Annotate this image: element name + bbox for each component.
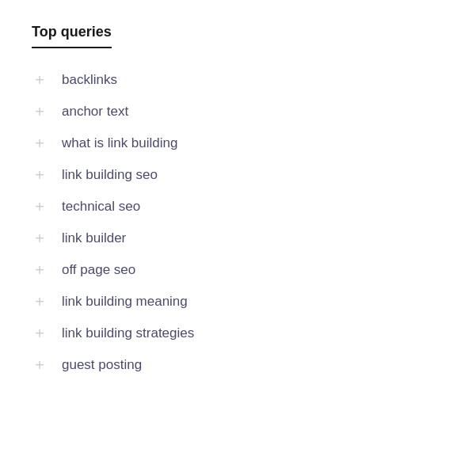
query-text: technical seo	[62, 199, 140, 215]
list-item: +technical seo	[32, 191, 444, 223]
query-text: link building strategies	[62, 325, 194, 341]
list-item: +link building meaning	[32, 286, 444, 318]
query-text: guest posting	[62, 357, 142, 373]
list-item: +off page seo	[32, 254, 444, 286]
query-text: link builder	[62, 230, 126, 246]
add-icon[interactable]: +	[32, 294, 48, 310]
list-item: +what is link building	[32, 127, 444, 159]
query-text: what is link building	[62, 135, 177, 151]
list-item: +anchor text	[32, 96, 444, 127]
add-icon[interactable]: +	[32, 104, 48, 120]
query-list: +backlinks+anchor text+what is link buil…	[32, 64, 444, 381]
add-icon[interactable]: +	[32, 230, 48, 246]
add-icon[interactable]: +	[32, 72, 48, 88]
query-text: backlinks	[62, 72, 117, 88]
add-icon[interactable]: +	[32, 262, 48, 278]
list-item: +link building strategies	[32, 318, 444, 349]
query-text: link building meaning	[62, 294, 188, 310]
add-icon[interactable]: +	[32, 135, 48, 151]
add-icon[interactable]: +	[32, 199, 48, 215]
add-icon[interactable]: +	[32, 325, 48, 341]
add-icon[interactable]: +	[32, 167, 48, 183]
section-title: Top queries	[32, 24, 112, 48]
list-item: +backlinks	[32, 64, 444, 96]
query-text: off page seo	[62, 262, 135, 278]
list-item: +link builder	[32, 223, 444, 254]
list-item: +guest posting	[32, 349, 444, 381]
list-item: +link building seo	[32, 159, 444, 191]
query-text: link building seo	[62, 167, 158, 183]
add-icon[interactable]: +	[32, 357, 48, 373]
query-text: anchor text	[62, 104, 128, 120]
